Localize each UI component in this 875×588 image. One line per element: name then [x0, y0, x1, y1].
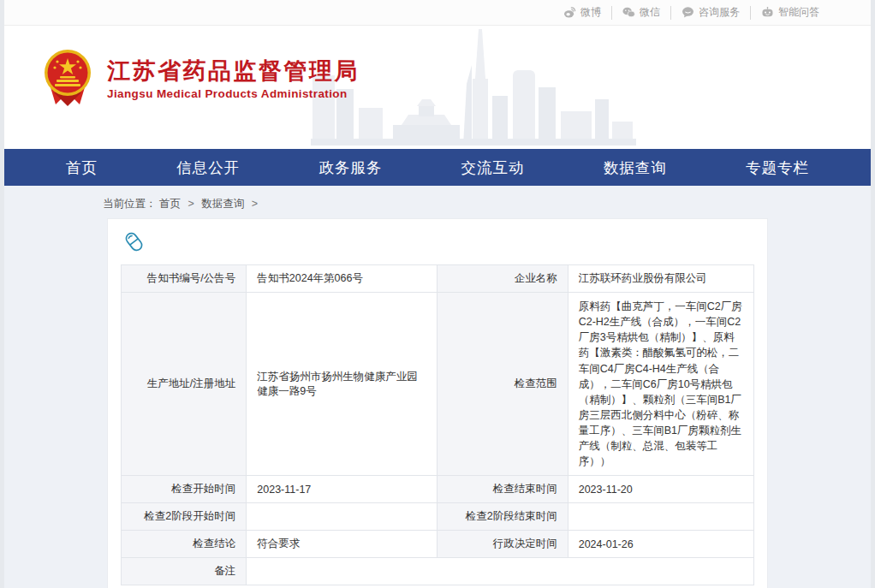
topbar-link-label: 咨询服务	[699, 5, 740, 20]
brand-text: 江苏省药品监督管理局 Jiangsu Medical Products Admi…	[107, 57, 360, 101]
nav-item-home[interactable]: 首页	[66, 157, 98, 178]
pill-icon	[122, 230, 754, 257]
breadcrumb: 当前位置： 首页 > 数据查询 >	[103, 197, 871, 211]
nav-item-data-query[interactable]: 数据查询	[604, 157, 667, 178]
field-label-notice-number: 告知书编号/公告号	[122, 265, 247, 293]
topbar-link-qa[interactable]: 智能问答	[750, 6, 830, 20]
table-row-conclusion: 检查结论 符合要求 行政决定时间 2024-01-26	[122, 531, 754, 558]
field-label-remarks: 备注	[122, 558, 247, 585]
table-row-notice-number: 告知书编号/公告号 告知书2024年第066号 企业名称 江苏联环药业股份有限公…	[122, 265, 754, 293]
topbar-link-consult[interactable]: 咨询服务	[670, 6, 750, 20]
field-label-decision-date: 行政决定时间	[438, 531, 568, 558]
logo-block[interactable]: 江苏省药品监督管理局 Jiangsu Medical Products Admi…	[42, 48, 360, 110]
breadcrumb-home-link[interactable]: 首页	[159, 198, 181, 210]
table-row-address-scope: 生产地址/注册地址 江苏省扬州市扬州生物健康产业园健康一路9号 检查范围 原料药…	[122, 293, 754, 476]
field-label-inspection-end: 检查结束时间	[438, 476, 568, 503]
field-value-conclusion: 符合要求	[247, 531, 438, 558]
table-row-phase2-dates: 检查2阶段开始时间 检查2阶段结束时间	[122, 503, 754, 531]
topbar: 微博 微信 咨询服务 智能问答	[4, 0, 871, 26]
nav-item-interaction[interactable]: 交流互动	[461, 157, 525, 178]
field-value-address: 江苏省扬州市扬州生物健康产业园健康一路9号	[247, 293, 438, 476]
record-table: 告知书编号/公告号 告知书2024年第066号 企业名称 江苏联环药业股份有限公…	[121, 264, 754, 585]
nav-item-gov-services[interactable]: 政务服务	[318, 157, 382, 178]
nav-item-info-disclosure[interactable]: 信息公开	[176, 157, 240, 178]
field-label-phase2-start: 检查2阶段开始时间	[122, 503, 247, 531]
field-label-inspection-start: 检查开始时间	[122, 476, 247, 503]
field-label-inspection-scope: 检查范围	[438, 293, 568, 476]
field-label-phase2-end: 检查2阶段结束时间	[438, 503, 568, 531]
topbar-link-label: 微信	[640, 5, 660, 20]
breadcrumb-separator: >	[252, 198, 258, 210]
field-value-phase2-end	[568, 503, 753, 531]
topbar-link-weibo[interactable]: 微博	[553, 6, 611, 20]
robot-icon	[761, 7, 774, 18]
page-container: 微博 微信 咨询服务 智能问答	[4, 0, 871, 588]
record-card: 告知书编号/公告号 告知书2024年第066号 企业名称 江苏联环药业股份有限公…	[107, 218, 768, 588]
wechat-icon	[622, 7, 635, 18]
topbar-link-label: 智能问答	[778, 5, 819, 20]
field-value-inspection-start: 2023-11-17	[247, 476, 438, 503]
site-header: 江苏省药品监督管理局 Jiangsu Medical Products Admi…	[4, 26, 871, 149]
main-content: 当前位置： 首页 > 数据查询 >	[4, 186, 871, 588]
breadcrumb-data-query-link[interactable]: 数据查询	[201, 198, 244, 210]
field-value-remarks	[247, 558, 754, 585]
field-value-inspection-scope: 原料药【曲克芦丁，一车间C2厂房C2-H2生产线（合成），一车间C2厂房3号精烘…	[568, 293, 753, 476]
table-row-inspection-dates: 检查开始时间 2023-11-17 检查结束时间 2023-11-20	[122, 476, 754, 503]
breadcrumb-separator: >	[188, 198, 193, 210]
nav-item-special-topics[interactable]: 专题专栏	[746, 157, 809, 178]
site-subtitle: Jiangsu Medical Products Administration	[107, 87, 360, 100]
national-emblem-icon	[42, 48, 93, 110]
field-value-inspection-end: 2023-11-20	[568, 476, 753, 503]
field-value-phase2-start	[247, 503, 438, 531]
field-value-decision-date: 2024-01-26	[568, 531, 753, 558]
breadcrumb-prefix: 当前位置：	[103, 198, 157, 210]
field-label-company-name: 企业名称	[438, 265, 568, 293]
field-value-company-name: 江苏联环药业股份有限公司	[568, 265, 753, 293]
field-label-address: 生产地址/注册地址	[122, 293, 247, 476]
primary-nav: 首页 信息公开 政务服务 交流互动 数据查询 专题专栏	[4, 149, 871, 186]
field-label-conclusion: 检查结论	[122, 531, 247, 558]
table-row-remarks: 备注	[122, 558, 754, 585]
city-skyline-graphic	[311, 26, 636, 149]
chat-bubble-icon	[682, 7, 694, 18]
field-value-notice-number: 告知书2024年第066号	[247, 265, 438, 293]
topbar-link-wechat[interactable]: 微信	[611, 6, 670, 20]
site-title: 江苏省药品监督管理局	[107, 57, 360, 86]
topbar-link-label: 微博	[580, 5, 601, 20]
weibo-icon	[563, 7, 576, 18]
